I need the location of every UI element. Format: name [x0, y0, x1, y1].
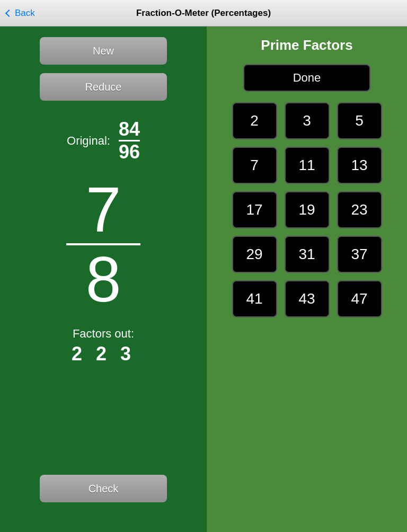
- prime-button-11[interactable]: 11: [285, 147, 330, 184]
- original-label: Original:: [67, 134, 110, 148]
- prime-factors-title: Prime Factors: [261, 37, 352, 54]
- back-chevron-icon: [5, 9, 13, 16]
- prime-button-13[interactable]: 13: [337, 147, 382, 184]
- prime-button-29[interactable]: 29: [232, 236, 277, 273]
- back-label: Back: [15, 8, 35, 19]
- prime-button-41[interactable]: 41: [232, 280, 277, 317]
- factors-out-section: Factors out: 2 2 3: [72, 327, 135, 365]
- prime-button-3[interactable]: 3: [285, 102, 330, 139]
- check-button-container: Check: [40, 475, 167, 521]
- factors-out-label: Factors out:: [72, 327, 135, 341]
- prime-button-5[interactable]: 5: [337, 102, 382, 139]
- prime-button-31[interactable]: 31: [285, 236, 330, 273]
- prime-button-17[interactable]: 17: [232, 191, 277, 228]
- main-layout: New Reduce Original: 84 96 7 8 Factors o…: [0, 26, 407, 532]
- prime-button-37[interactable]: 37: [337, 236, 382, 273]
- original-denominator: 96: [119, 143, 140, 162]
- factors-out-values: 2 2 3: [72, 343, 135, 365]
- back-button[interactable]: Back: [6, 8, 35, 19]
- header: Back Fraction-O-Meter (Percentages): [0, 0, 407, 26]
- right-panel: Prime Factors Done 235711131719232931374…: [207, 26, 407, 532]
- header-title: Fraction-O-Meter (Percentages): [136, 8, 271, 19]
- prime-button-2[interactable]: 2: [232, 102, 277, 139]
- prime-button-7[interactable]: 7: [232, 147, 277, 184]
- large-denominator: 8: [86, 247, 121, 311]
- prime-button-43[interactable]: 43: [285, 280, 330, 317]
- prime-button-23[interactable]: 23: [337, 191, 382, 228]
- left-panel: New Reduce Original: 84 96 7 8 Factors o…: [0, 26, 207, 532]
- prime-grid: 23571113171923293137414347: [232, 102, 382, 317]
- large-fraction: 7 8: [66, 178, 140, 311]
- original-numerator: 84: [119, 120, 140, 139]
- original-fraction: 84 96: [119, 120, 140, 162]
- original-section: Original: 84 96: [67, 120, 140, 162]
- prime-button-47[interactable]: 47: [337, 280, 382, 317]
- done-button[interactable]: Done: [243, 64, 370, 92]
- check-button[interactable]: Check: [40, 475, 167, 502]
- large-numerator: 7: [86, 178, 121, 241]
- reduce-button[interactable]: Reduce: [40, 73, 167, 101]
- new-button[interactable]: New: [40, 37, 167, 65]
- prime-button-19[interactable]: 19: [285, 191, 330, 228]
